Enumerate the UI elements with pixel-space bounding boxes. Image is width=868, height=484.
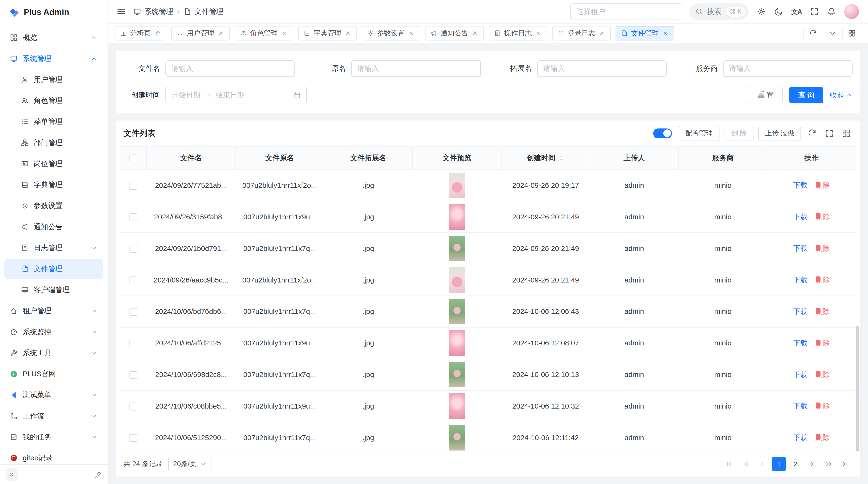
pagination-page-1[interactable]: 1 [772, 457, 786, 471]
tab-user[interactable]: 用户管理 [171, 26, 230, 40]
refresh-table-button[interactable] [808, 129, 817, 138]
settings-icon[interactable] [757, 7, 766, 16]
sidebar-item-dict[interactable]: 字典管理 [4, 175, 103, 195]
sidebar-item-dept[interactable]: 部门管理 [4, 133, 103, 153]
pagination-last-button[interactable] [838, 457, 852, 471]
tab-loginlog[interactable]: 登录日志 [552, 26, 611, 40]
tab-close-icon[interactable] [217, 30, 224, 37]
config-management-button[interactable]: 配置管理 [679, 126, 719, 141]
file-preview-image[interactable] [449, 267, 465, 293]
tenant-select[interactable]: 选择租户 [570, 3, 681, 20]
delete-link[interactable]: 删除 [815, 276, 830, 284]
menu-toggle-button[interactable] [117, 7, 126, 16]
sidebar-item-tenant[interactable]: 租户管理 [4, 301, 103, 321]
provider-input[interactable]: 请输入 [723, 60, 852, 77]
row-checkbox[interactable] [129, 213, 137, 221]
file-preview-image[interactable] [449, 299, 465, 324]
app-logo[interactable]: Plus Admin [0, 0, 107, 24]
column-header-4[interactable]: 创建时间 [501, 146, 590, 169]
delete-link[interactable]: 删除 [815, 370, 830, 379]
column-settings-button[interactable] [842, 129, 851, 138]
pagination-next-button[interactable] [805, 457, 819, 471]
tab-close-icon[interactable] [535, 30, 542, 37]
fullscreen-icon[interactable] [810, 7, 819, 16]
user-avatar[interactable] [844, 4, 859, 19]
file-preview-image[interactable] [449, 393, 465, 419]
sidebar-item-logs[interactable]: 日志管理 [4, 238, 103, 258]
refresh-page-button[interactable] [803, 28, 823, 39]
tab-analysis[interactable]: 分析页 [115, 26, 166, 40]
sidebar-item-files[interactable]: 文件管理 [4, 259, 103, 279]
sidebar-collapse-button[interactable] [5, 468, 18, 481]
file-preview-image[interactable] [449, 362, 465, 387]
download-link[interactable]: 下载 [793, 244, 808, 252]
sidebar-item-plus-site[interactable]: PLUS官网 [4, 364, 103, 384]
delete-link[interactable]: 删除 [815, 181, 830, 189]
table-fullscreen-button[interactable] [825, 129, 834, 138]
tab-close-icon[interactable] [408, 30, 415, 37]
notifications-icon[interactable] [827, 7, 836, 16]
column-header-6[interactable]: 服务商 [679, 146, 767, 169]
column-header-5[interactable]: 上传人 [590, 146, 679, 169]
sidebar-item-role[interactable]: 角色管理 [4, 91, 103, 110]
tab-files[interactable]: 文件管理 [616, 26, 674, 40]
layout-settings-button[interactable] [842, 28, 862, 39]
download-link[interactable]: 下载 [793, 402, 808, 410]
column-header-0[interactable]: 文件名 [147, 146, 235, 169]
language-icon[interactable]: 文A [791, 7, 802, 16]
column-header-1[interactable]: 文件原名 [235, 146, 324, 169]
pagination-prev-button[interactable] [755, 457, 770, 471]
tab-notice[interactable]: 通知公告 [425, 26, 484, 40]
pagination-next5-button[interactable] [822, 457, 836, 471]
sidebar-item-user[interactable]: 用户管理 [4, 70, 103, 90]
download-link[interactable]: 下载 [793, 276, 808, 284]
date-range-input[interactable]: 开始日期 结束日期 [165, 87, 306, 103]
download-link[interactable]: 下载 [793, 339, 808, 347]
tab-param[interactable]: 参数设置 [362, 26, 420, 40]
original-name-input[interactable]: 请输入 [351, 60, 481, 77]
sidebar-item-tools[interactable]: 系统工具 [4, 343, 103, 363]
table-scrollbar[interactable] [856, 326, 859, 451]
sidebar-item-notice[interactable]: 通知公告 [4, 217, 103, 237]
file-preview-image[interactable] [449, 172, 465, 198]
column-header-3[interactable]: 文件预览 [412, 146, 501, 169]
row-checkbox[interactable] [129, 308, 137, 316]
tab-dict[interactable]: 字典管理 [298, 26, 357, 40]
tab-oplog[interactable]: 操作日志 [489, 26, 547, 40]
delete-link[interactable]: 删除 [815, 433, 830, 441]
row-checkbox[interactable] [129, 371, 137, 379]
column-header-7[interactable]: 操作 [767, 146, 856, 169]
tab-close-icon[interactable] [662, 30, 669, 37]
file-name-input[interactable]: 请输入 [165, 60, 295, 77]
row-checkbox[interactable] [129, 245, 137, 253]
delete-link[interactable]: 删除 [815, 402, 830, 410]
search-button[interactable]: 查 询 [789, 87, 823, 103]
file-preview-image[interactable] [449, 330, 465, 356]
collapse-filter-link[interactable]: 收起 [830, 90, 852, 100]
sidebar-item-workflow[interactable]: 工作流 [4, 406, 103, 426]
sidebar-item-param[interactable]: 参数设置 [4, 196, 103, 216]
tab-role[interactable]: 角色管理 [235, 26, 293, 40]
pagination-first-button[interactable] [722, 457, 736, 471]
row-checkbox[interactable] [129, 340, 137, 347]
pin-icon[interactable] [154, 30, 161, 37]
tab-close-icon[interactable] [472, 30, 478, 37]
tab-close-icon[interactable] [345, 30, 351, 37]
file-preview-image[interactable] [449, 236, 465, 261]
sidebar-item-post[interactable]: 岗位管理 [4, 154, 103, 174]
delete-link[interactable]: 删除 [815, 339, 830, 347]
pagination-page-2[interactable]: 2 [788, 457, 803, 471]
delete-link[interactable]: 删除 [815, 213, 830, 221]
delete-selected-button[interactable]: 删 除 [724, 126, 753, 141]
page-size-select[interactable]: 20条/页 [168, 457, 212, 471]
sidebar-item-my-tasks[interactable]: 我的任务 [4, 427, 103, 447]
sidebar-pin-icon[interactable] [94, 471, 102, 479]
sidebar-item-test-menu[interactable]: 测试菜单 [4, 385, 103, 405]
row-checkbox[interactable] [129, 277, 137, 284]
file-preview-image[interactable] [449, 204, 465, 230]
tab-close-icon[interactable] [281, 30, 288, 37]
delete-link[interactable]: 删除 [815, 307, 830, 315]
row-checkbox[interactable] [129, 434, 137, 442]
pagination-prev5-button[interactable] [739, 457, 753, 471]
dark-mode-icon[interactable] [774, 7, 783, 16]
